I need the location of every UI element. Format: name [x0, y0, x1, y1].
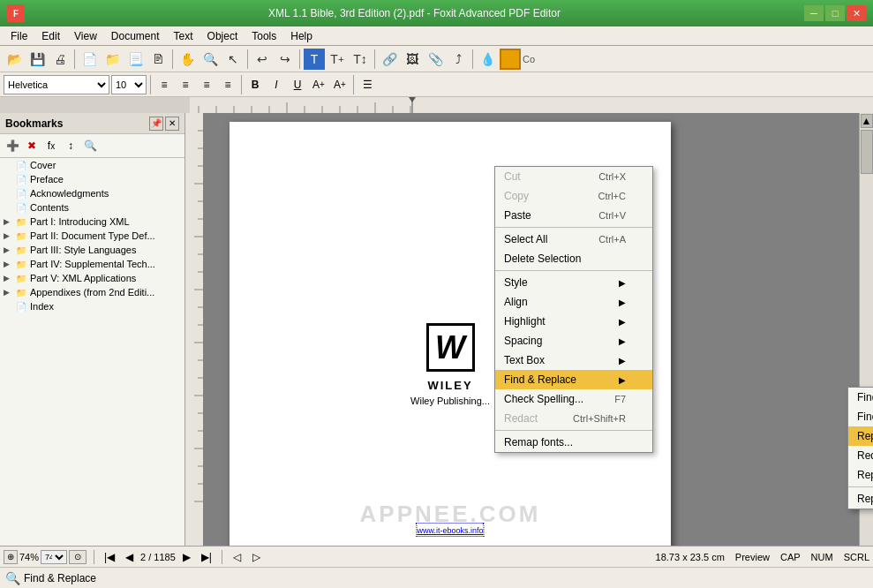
justify-button[interactable]: ≡ — [218, 75, 237, 94]
nav-forward-button[interactable]: ▷ — [249, 549, 265, 565]
undo-button[interactable]: ↩ — [252, 49, 273, 70]
list-item[interactable]: ▶ 📁 Appendixes (from 2nd Editi... — [0, 285, 184, 299]
color-button[interactable] — [500, 49, 521, 70]
print-button[interactable]: 🖨 — [49, 49, 71, 70]
ctx-redact[interactable]: Redact Ctrl+Shift+R — [495, 409, 652, 428]
new-button[interactable]: 📄 — [79, 49, 100, 70]
zoom-fit-button[interactable]: ⊙ — [69, 550, 87, 564]
text-tool3[interactable]: T↕ — [350, 49, 371, 70]
ctx-style[interactable]: Style ▶ — [495, 273, 652, 292]
bm-rename-button[interactable]: fx — [42, 137, 60, 155]
align-right-button[interactable]: ≡ — [197, 75, 216, 94]
bm-search-button[interactable]: 🔍 — [81, 137, 99, 155]
close-button[interactable]: ✕ — [847, 5, 866, 21]
ctx-find-replace[interactable]: Find & Replace ▶ — [495, 370, 652, 389]
select-tool[interactable]: ↖ — [222, 49, 244, 70]
scan-button[interactable]: 🖹 — [147, 49, 169, 70]
eyedropper-tool[interactable]: 💧 — [477, 49, 498, 70]
list-item[interactable]: 📄 Index — [0, 299, 184, 313]
text-tool2[interactable]: T+ — [327, 49, 348, 70]
nav-next-button[interactable]: ▶ — [179, 549, 195, 565]
stamp-button[interactable]: ⤴ — [448, 49, 469, 70]
list-item[interactable]: ▶ 📁 Part II: Document Type Def... — [0, 229, 184, 243]
ctx-highlight-arrow: ▶ — [619, 317, 626, 327]
ctx-copy[interactable]: Copy Ctrl+C — [495, 186, 652, 206]
panel-pin-button[interactable]: 📌 — [149, 117, 163, 131]
menu-edit[interactable]: Edit — [34, 28, 67, 44]
ctx-align[interactable]: Align ▶ — [495, 292, 652, 312]
list-item[interactable]: ▶ 📁 Part IV: Supplemental Tech... — [0, 257, 184, 271]
bm-delete-button[interactable]: ✖ — [23, 137, 41, 155]
ctx-replace-font[interactable]: Replace Font... — [848, 489, 873, 509]
scrollbar-thumb[interactable] — [861, 130, 873, 174]
zoom-dropdown[interactable]: 74% — [41, 550, 67, 564]
ctx-delete-selection[interactable]: Delete Selection — [495, 249, 652, 268]
align-left-button[interactable]: ≡ — [154, 75, 174, 94]
list-item[interactable]: ▶ 📁 Part III: Style Languages — [0, 243, 184, 257]
font-select[interactable]: Helvetica — [4, 75, 109, 94]
expand-icon[interactable]: ▶ — [4, 217, 16, 226]
underline-button[interactable]: U — [288, 75, 307, 94]
open2-button[interactable]: 📁 — [102, 49, 123, 70]
nav-last-button[interactable]: ▶| — [199, 549, 214, 565]
subscript-button[interactable]: A+ — [330, 75, 350, 94]
ctx-spacing[interactable]: Spacing ▶ — [495, 331, 652, 351]
ctx-paste[interactable]: Paste Ctrl+V — [495, 206, 652, 225]
ctx-find[interactable]: Find... Ctrl+F — [848, 388, 873, 407]
panel-close-button[interactable]: ✕ — [165, 117, 179, 131]
bm-move-button[interactable]: ↕ — [62, 137, 79, 155]
menu-tools[interactable]: Tools — [245, 28, 283, 44]
list-item[interactable]: ▶ 📁 Part V: XML Applications — [0, 271, 184, 285]
maximize-button[interactable]: □ — [825, 5, 845, 21]
ctx-textbox[interactable]: Text Box ▶ — [495, 351, 652, 370]
list-item[interactable]: 📄 Preface — [0, 172, 184, 186]
image-button[interactable]: 🖼 — [402, 49, 423, 70]
align-center-button[interactable]: ≡ — [176, 75, 195, 94]
list-item[interactable]: 📄 Acknowledgments — [0, 186, 184, 200]
ctx-replace[interactable]: Replace... Ctrl+H — [848, 426, 873, 446]
bm-add-button[interactable]: ➕ — [4, 137, 21, 155]
ctx-highlight[interactable]: Highlight ▶ — [495, 312, 652, 331]
ctx-redact2[interactable]: Redact... Ctrl+Alt+R — [848, 446, 873, 465]
ctx-remap-fonts[interactable]: Remap fonts... — [495, 433, 652, 452]
ctx-replace-in-files[interactable]: Replace In Files... Ctrl+Shift+H — [848, 465, 873, 485]
italic-button[interactable]: I — [267, 75, 286, 94]
nav-back-button[interactable]: ◁ — [230, 549, 245, 565]
bold-button[interactable]: B — [245, 75, 265, 94]
menu-help[interactable]: Help — [283, 28, 320, 44]
list-item[interactable]: 📄 Contents — [0, 200, 184, 215]
list-item[interactable]: 📄 Cover — [0, 158, 184, 172]
menu-object[interactable]: Object — [200, 28, 245, 44]
nav-prev-button[interactable]: ◀ — [121, 549, 137, 565]
minimize-button[interactable]: ─ — [804, 5, 824, 21]
nav-first-button[interactable]: |◀ — [102, 549, 117, 565]
font-size-select[interactable]: 10 — [111, 75, 147, 94]
expand-icon[interactable]: ▶ — [4, 274, 16, 283]
menu-view[interactable]: View — [67, 28, 104, 44]
expand-icon[interactable]: ▶ — [4, 260, 16, 268]
menu-document[interactable]: Document — [104, 28, 167, 44]
ctx-find-again[interactable]: Find Again F3 — [848, 407, 873, 426]
doc-button[interactable]: 📃 — [124, 49, 146, 70]
ctx-check-spelling[interactable]: Check Spelling... F7 — [495, 389, 652, 409]
list-button[interactable]: ☰ — [357, 75, 377, 94]
link-button[interactable]: 🔗 — [379, 49, 400, 70]
scroll-up-button[interactable]: ▲ — [861, 114, 873, 128]
attach-button[interactable]: 📎 — [425, 49, 446, 70]
list-item[interactable]: ▶ 📁 Part I: Introducing XML — [0, 215, 184, 229]
open-button[interactable]: 📂 — [4, 49, 25, 70]
expand-icon[interactable]: ▶ — [4, 231, 16, 240]
expand-icon[interactable]: ▶ — [4, 288, 16, 297]
menu-text[interactable]: Text — [167, 28, 200, 44]
menu-file[interactable]: File — [4, 28, 34, 44]
zoom-tool[interactable]: 🔍 — [199, 49, 221, 70]
ctx-select-all[interactable]: Select All Ctrl+A — [495, 230, 652, 249]
save-button[interactable]: 💾 — [26, 49, 48, 70]
hand-tool[interactable]: ✋ — [177, 49, 198, 70]
redo-button[interactable]: ↪ — [275, 49, 296, 70]
superscript-button[interactable]: A+ — [309, 75, 328, 94]
expand-icon[interactable]: ▶ — [4, 245, 16, 254]
ctx-cut[interactable]: Cut Ctrl+X — [495, 167, 652, 186]
text-tool[interactable]: T — [304, 49, 325, 70]
zoom-in-button[interactable]: ⊕ — [4, 550, 18, 564]
